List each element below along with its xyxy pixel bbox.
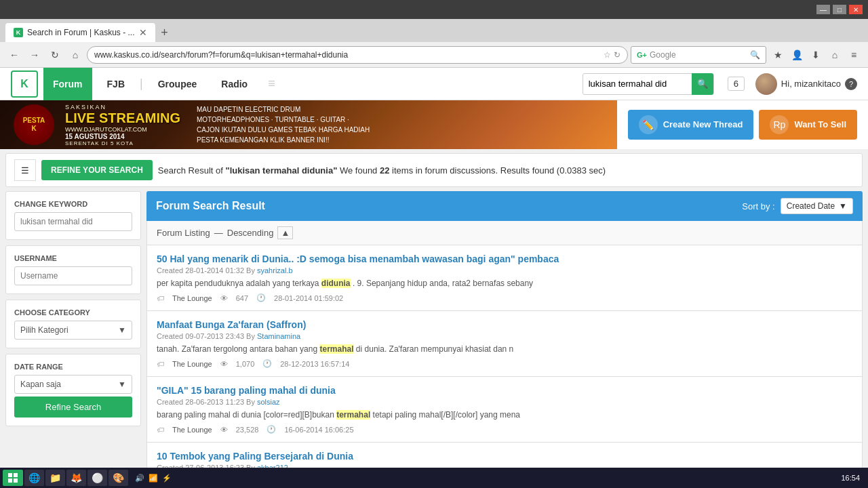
tab-bar: K Search in Forum | Kaskus - ... ✕ + bbox=[0, 19, 868, 42]
chrome-icon: ⚪ bbox=[92, 472, 103, 483]
taskbar-firefox[interactable]: 🦊 bbox=[66, 470, 86, 486]
result-category-2[interactable]: The Lounge bbox=[172, 360, 212, 368]
site-banner[interactable]: PESTAK SAKSIKAN LIVE STREAMING WWW.DJARU… bbox=[0, 100, 617, 149]
nav-fjb[interactable]: FJB bbox=[98, 68, 134, 100]
create-thread-label: Create New Thread bbox=[663, 119, 743, 131]
result-category-3[interactable]: The Lounge bbox=[172, 426, 212, 434]
category-select[interactable]: Pilih Kategori ▼ bbox=[14, 321, 132, 340]
close-button[interactable]: ✕ bbox=[849, 5, 863, 14]
banner-tagline: SERENTAK DI 5 KOTA bbox=[65, 140, 180, 146]
eye-icon-2: 👁 bbox=[220, 360, 228, 368]
taskbar-ie[interactable]: 🌐 bbox=[24, 470, 44, 486]
site-logo[interactable]: K bbox=[11, 70, 38, 98]
create-thread-icon: ✏️ bbox=[639, 115, 658, 134]
excerpt-after-2: di dunia. Za'faran mempunyai khasiat dan… bbox=[356, 344, 513, 354]
banner-logo-circle: PESTAK bbox=[14, 104, 54, 145]
minimize-button[interactable]: — bbox=[816, 5, 830, 14]
result-date-2: 28-12-2013 16:57:14 bbox=[280, 360, 349, 368]
content-area: CHANGE KEYWORD USERNAME CHOOSE CATEGORY … bbox=[0, 191, 868, 488]
battery-icon[interactable]: ⚡ bbox=[162, 474, 172, 483]
menu-icon[interactable]: ≡ bbox=[845, 46, 863, 64]
home-nav-icon[interactable]: ⌂ bbox=[826, 46, 844, 64]
refresh-small-icon: ↻ bbox=[614, 50, 620, 60]
refine-your-search-button[interactable]: REFINE YOUR SEARCH bbox=[41, 160, 153, 180]
taskbar-explorer[interactable]: 📁 bbox=[45, 470, 65, 486]
result-author-2[interactable]: Staminamina bbox=[257, 332, 300, 340]
nav-radio[interactable]: Radio bbox=[212, 68, 257, 100]
volume-icon[interactable]: 🔊 bbox=[135, 474, 144, 483]
result-author-1[interactable]: syahrizal.b bbox=[257, 266, 293, 274]
username-input[interactable] bbox=[14, 266, 132, 285]
help-button[interactable]: ? bbox=[845, 78, 857, 90]
taskbar-chrome[interactable]: ⚪ bbox=[87, 470, 107, 486]
start-button[interactable] bbox=[3, 470, 23, 486]
sort-toggle-icon[interactable]: ▲ bbox=[277, 226, 293, 239]
nav-separator-1: | bbox=[140, 77, 143, 91]
taskbar: 🌐 📁 🦊 ⚪ 🎨 🔊 📶 ⚡ 16:54 bbox=[0, 468, 868, 488]
banner-area: PESTAK SAKSIKAN LIVE STREAMING WWW.DJARU… bbox=[0, 100, 868, 149]
new-tab-button[interactable]: + bbox=[155, 23, 174, 42]
result-tags-1: 🏷 The Lounge 👁 647 🕐 28-01-2014 01:59:02 bbox=[157, 293, 852, 302]
result-title-1[interactable]: 50 Hal yang menarik di Dunia.. :D semoga… bbox=[157, 253, 852, 264]
result-date-1: 28-01-2014 01:59:02 bbox=[274, 294, 343, 302]
site-search-button[interactable]: 🔍 bbox=[692, 73, 713, 95]
taskbar-sys-icons: 🔊 📶 ⚡ bbox=[130, 474, 177, 483]
result-category-1[interactable]: The Lounge bbox=[172, 294, 212, 302]
username-label: USERNAME bbox=[14, 254, 132, 262]
banner-logo-text: PESTAK bbox=[23, 117, 45, 133]
browser-search-submit-icon[interactable]: 🔍 bbox=[750, 50, 760, 60]
chevron-down-icon: ▼ bbox=[118, 325, 126, 335]
want-to-sell-button[interactable]: Rp Want To Sell bbox=[759, 110, 857, 140]
browser-search-bar[interactable]: G+ Google 🔍 bbox=[631, 46, 766, 64]
site-search-input[interactable] bbox=[583, 79, 692, 89]
refresh-button[interactable]: ↻ bbox=[46, 46, 64, 64]
tab-close-icon[interactable]: ✕ bbox=[139, 27, 147, 38]
em-dash: — bbox=[214, 228, 223, 238]
forward-button[interactable]: → bbox=[26, 46, 43, 64]
category-label: CHOOSE CATEGORY bbox=[14, 308, 132, 317]
filter-toggle-button[interactable]: ☰ bbox=[14, 159, 36, 181]
user-avatar[interactable] bbox=[755, 73, 777, 95]
listing-order: Descending bbox=[227, 228, 274, 238]
svg-rect-3 bbox=[14, 479, 18, 483]
excerpt-after-3: tetapi paling mahal[/B][/color] yang men… bbox=[373, 410, 520, 420]
create-thread-button[interactable]: ✏️ Create New Thread bbox=[628, 110, 754, 140]
refine-search-button[interactable]: Refine Search bbox=[14, 396, 132, 418]
avatar-image bbox=[755, 73, 777, 95]
back-button[interactable]: ← bbox=[5, 46, 23, 64]
bookmark-icon[interactable]: ★ bbox=[769, 46, 787, 64]
maximize-button[interactable]: □ bbox=[833, 5, 846, 14]
result-title-4[interactable]: 10 Tembok yang Paling Bersejarah di Duni… bbox=[157, 451, 852, 462]
nav-groupee[interactable]: Groupee bbox=[149, 68, 207, 100]
google-icon: G+ bbox=[637, 51, 647, 59]
address-bar[interactable]: www.kaskus.co.id/search/forum?f=forum&q=… bbox=[87, 46, 628, 64]
windows-icon bbox=[7, 472, 18, 483]
notification-badge[interactable]: 6 bbox=[728, 77, 745, 91]
keyword-input[interactable] bbox=[14, 212, 132, 231]
results-header: Forum Search Result Sort by : Created Da… bbox=[146, 191, 863, 221]
user-icon[interactable]: 👤 bbox=[788, 46, 806, 64]
results-subheader: Forum Listing — Descending ▲ bbox=[146, 221, 863, 245]
excerpt-highlight-3: termahal bbox=[336, 410, 370, 420]
result-title-3[interactable]: "GILA" 15 barang paling mahal di dunia bbox=[157, 385, 852, 396]
result-title-2[interactable]: Manfaat Bunga Za'faran (Saffron) bbox=[157, 319, 852, 330]
username-section: USERNAME bbox=[5, 245, 141, 294]
site-search-box[interactable]: 🔍 bbox=[583, 73, 714, 95]
download-icon[interactable]: ⬇ bbox=[807, 46, 825, 64]
active-tab[interactable]: K Search in Forum | Kaskus - ... ✕ bbox=[5, 23, 155, 42]
want-sell-label: Want To Sell bbox=[794, 119, 846, 131]
date-select[interactable]: Kapan saja ▼ bbox=[14, 375, 132, 394]
taskbar-extra[interactable]: 🎨 bbox=[108, 470, 128, 486]
home-button[interactable]: ⌂ bbox=[66, 46, 84, 64]
result-meta-3: Created 28-06-2013 11:23 By solsiaz bbox=[157, 398, 852, 406]
network-icon[interactable]: 📶 bbox=[149, 474, 158, 483]
result-suffix: items in forum discussions. Results foun… bbox=[392, 165, 606, 176]
sort-chevron-icon: ▼ bbox=[839, 201, 847, 211]
result-author-3[interactable]: solsiaz bbox=[257, 398, 280, 406]
sort-dropdown[interactable]: Created Date ▼ bbox=[781, 198, 853, 214]
title-bar: — □ ✕ bbox=[0, 0, 868, 19]
search-bar-wrapper: ☰ REFINE YOUR SEARCH Search Result of "l… bbox=[0, 149, 868, 191]
nav-forum[interactable]: Forum bbox=[43, 68, 92, 100]
taskbar-time: 16:54 bbox=[835, 474, 865, 482]
result-prefix: Search Result of bbox=[158, 165, 223, 176]
